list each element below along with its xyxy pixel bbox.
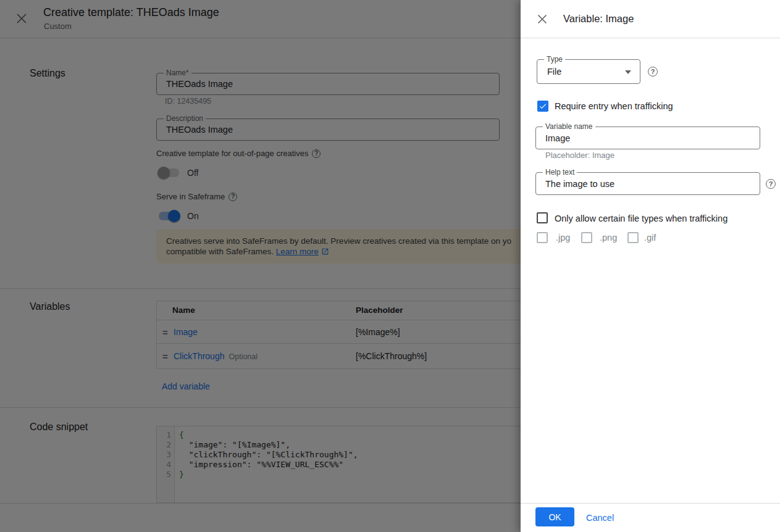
help-text-field[interactable]: Help text xyxy=(535,172,760,195)
type-select-value: File xyxy=(547,67,561,77)
ok-button[interactable]: OK xyxy=(535,507,574,526)
dialog-title: Variable: Image xyxy=(563,13,634,25)
gif-checkbox[interactable] xyxy=(627,232,639,243)
require-entry-label[interactable]: Require entry when trafficking xyxy=(555,101,673,111)
help-icon[interactable]: ? xyxy=(648,67,658,77)
dialog-header: Variable: Image xyxy=(521,0,780,38)
png-label: .png xyxy=(600,233,617,243)
require-entry-checkbox[interactable] xyxy=(537,101,548,112)
type-select[interactable]: Type File xyxy=(537,59,640,84)
type-select-label: Type xyxy=(544,55,565,64)
chevron-down-icon xyxy=(625,70,631,74)
help-text-label: Help text xyxy=(543,168,577,177)
file-types-label[interactable]: Only allow certain file types when traff… xyxy=(555,214,728,223)
variable-name-field[interactable]: Variable name xyxy=(535,127,760,149)
close-icon[interactable] xyxy=(537,14,549,26)
dialog-cancel-button[interactable]: Cancel xyxy=(586,513,614,523)
placeholder-hint: Placeholder: Image xyxy=(545,151,614,160)
variable-dialog: Variable: Image Type File ? Require entr… xyxy=(521,0,780,532)
file-types-checkbox[interactable] xyxy=(537,212,548,223)
help-icon[interactable]: ? xyxy=(766,179,776,189)
jpg-label: .jpg xyxy=(556,233,570,243)
png-checkbox[interactable] xyxy=(581,232,592,243)
divider xyxy=(521,503,780,504)
variable-name-label: Variable name xyxy=(543,122,595,131)
gif-label: .gif xyxy=(644,233,656,243)
jpg-checkbox[interactable] xyxy=(537,232,548,243)
